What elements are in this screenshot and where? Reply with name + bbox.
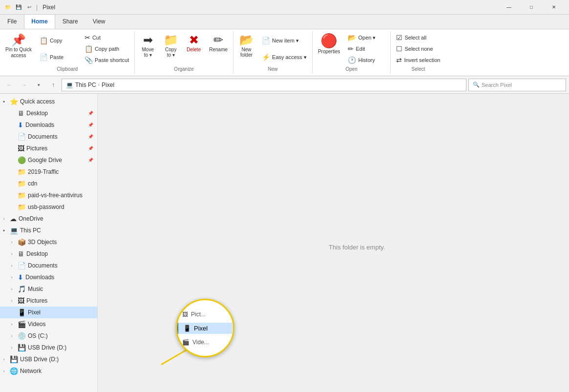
sidebar-item-documents-pc[interactable]: › 📄 Documents (0, 260, 97, 271)
network-icon: 🌐 (10, 367, 18, 375)
sidebar-item-usb-password[interactable]: 📁 usb-password (0, 201, 97, 213)
new-folder-button[interactable]: 📂 Newfolder (235, 32, 257, 62)
move-to-button[interactable]: ➡ Moveto ▾ (137, 32, 159, 62)
expander-docs (8, 133, 16, 141)
sidebar-item-2019-traffic[interactable]: 📁 2019-Traffic (0, 166, 97, 178)
sidebar-item-desktop[interactable]: 🖥 Desktop 📌 (0, 107, 97, 119)
search-box[interactable]: 🔍 Search Pixel (468, 79, 566, 91)
address-path[interactable]: 💻 This PC › Pixel (62, 79, 466, 91)
new-folder-label: Newfolder (240, 47, 253, 58)
sidebar-item-music[interactable]: › 🎵 Music (0, 283, 97, 295)
sidebar-item-downloads-qa[interactable]: ⬇ Downloads 📌 (0, 119, 97, 131)
sidebar-item-google-drive[interactable]: 🟢 Google Drive 📌 (0, 154, 97, 166)
sidebar: ▾ ⭐ Quick access 🖥 Desktop 📌 ⬇ Downloads… (0, 94, 98, 392)
empty-message: This folder is empty. (329, 243, 385, 250)
zoom-bubble: 🖼 Pict... 📱 Pixel 🎬 Vide... (176, 299, 234, 357)
sidebar-section-quick-access[interactable]: ▾ ⭐ Quick access (0, 96, 97, 107)
edit-label: Edit (356, 46, 365, 52)
maximize-button[interactable]: □ (520, 0, 543, 15)
pictures-pc-label: Pictures (26, 297, 93, 304)
music-label: Music (28, 286, 93, 292)
delete-button[interactable]: ✖ Delete (183, 32, 205, 62)
paste-shortcut-button[interactable]: 📎 Paste shortcut (81, 55, 132, 65)
new-item-label: New item ▾ (272, 38, 299, 44)
pin-indicator: 📌 (88, 111, 93, 116)
rename-label: Rename (209, 47, 228, 52)
onedrive-label: OneDrive (19, 215, 93, 222)
sidebar-section-usb-drive[interactable]: › 💾 USB Drive (D:) (0, 353, 97, 365)
sidebar-item-pixel[interactable]: 📱 Pixel (0, 307, 97, 318)
sidebar-section-this-pc[interactable]: ▾ 💻 This PC (0, 225, 97, 236)
close-button[interactable]: ✕ (543, 0, 565, 15)
path-icon: 💻 (66, 82, 73, 88)
quick-access-icon: ⭐ (10, 98, 18, 105)
sidebar-item-downloads-pc[interactable]: › ⬇ Downloads (0, 271, 97, 283)
copy-to-button[interactable]: 📁 Copyto ▾ (160, 32, 182, 62)
search-icon: 🔍 (473, 82, 480, 88)
easy-access-button[interactable]: ⚡ Easy access ▾ (258, 52, 310, 62)
properties-button[interactable]: 🔴 Properties (315, 32, 344, 62)
minimize-button[interactable]: — (498, 0, 520, 15)
easy-access-icon: ⚡ (262, 53, 270, 61)
pin-label: Pin to Quickaccess (5, 47, 32, 59)
tab-file[interactable]: File (0, 14, 24, 29)
sidebar-item-os-c[interactable]: › 💿 OS (C:) (0, 330, 97, 342)
up-button[interactable]: ↑ (47, 79, 60, 91)
pixel-icon: 📱 (18, 309, 26, 316)
invert-icon: ⇄ (396, 56, 402, 64)
forward-button[interactable]: → (18, 79, 30, 91)
expander-cdn (8, 180, 16, 187)
sidebar-item-cdn[interactable]: 📁 cdn (0, 178, 97, 189)
expander-desktop (8, 109, 16, 117)
sidebar-section-network[interactable]: › 🌐 Network (0, 365, 97, 377)
tab-share[interactable]: Share (55, 14, 85, 29)
pin-icon: 📌 (11, 34, 26, 46)
sidebar-item-pictures-pc[interactable]: › 🖼 Pictures (0, 295, 97, 307)
window-title: Pixel (42, 4, 55, 11)
organize-buttons: ➡ Moveto ▾ 📁 Copyto ▾ ✖ Delete ✏ Rename (137, 32, 231, 65)
recent-locations-button[interactable]: ▾ (32, 79, 45, 91)
properties-icon: 🔴 (320, 34, 337, 48)
sidebar-item-usb-d[interactable]: › 💾 USB Drive (D:) (0, 342, 97, 353)
google-drive-icon: 🟢 (18, 156, 26, 164)
sidebar-item-paid-vs-free[interactable]: 📁 paid-vs-free-antivirus (0, 189, 97, 201)
paste-button[interactable]: 📄 Paste (36, 52, 80, 62)
sidebar-item-documents-qa[interactable]: 📄 Documents 📌 (0, 131, 97, 143)
sidebar-item-videos[interactable]: › 🎬 Videos (0, 318, 97, 330)
open-button[interactable]: 📂 Open ▾ (344, 32, 388, 43)
documents-pc-label: Documents (28, 262, 93, 269)
google-drive-label: Google Drive (28, 157, 86, 164)
path-segment-this-pc: This PC (75, 82, 96, 88)
tab-view[interactable]: View (85, 14, 113, 29)
rename-button[interactable]: ✏ Rename (206, 32, 231, 62)
videos-label: Videos (28, 321, 93, 328)
downloads-pc-icon: ⬇ (18, 273, 23, 281)
new-group: 📂 Newfolder 📄 New item ▾ ⚡ Easy access ▾… (233, 31, 313, 74)
traffic-folder-icon: 📁 (18, 168, 26, 176)
history-button[interactable]: 🕐 History (344, 55, 388, 65)
new-item-button[interactable]: 📄 New item ▾ (258, 35, 310, 46)
address-bar: ← → ▾ ↑ 💻 This PC › Pixel 🔍 Search Pixel (0, 76, 569, 94)
tab-home[interactable]: Home (24, 14, 55, 29)
invert-label: Invert selection (404, 57, 440, 63)
expander-os-c: › (8, 332, 16, 340)
sidebar-item-3d-objects[interactable]: › 📦 3D Objects (0, 236, 97, 248)
undo-icon[interactable]: ↩ (25, 3, 33, 11)
cut-button[interactable]: ✂ Cut (81, 32, 132, 43)
sidebar-item-pictures-qa[interactable]: 🖼 Pictures 📌 (0, 143, 97, 154)
pin-quick-access-button[interactable]: 📌 Pin to Quickaccess (2, 32, 35, 62)
select-all-button[interactable]: ☑ Select all (393, 32, 443, 43)
edit-button[interactable]: ✏ Edit (344, 43, 388, 54)
desktop-pc-icon: 🖥 (18, 250, 24, 258)
sidebar-item-desktop-pc[interactable]: › 🖥 Desktop (0, 248, 97, 260)
select-none-button[interactable]: ☐ Select none (393, 43, 443, 54)
save-icon[interactable]: 💾 (15, 3, 22, 11)
back-button[interactable]: ← (3, 79, 16, 91)
copy-path-button[interactable]: 📋 Copy path (81, 43, 132, 54)
copy-button[interactable]: 📋 Copy (36, 35, 80, 46)
open-label: Open ▾ (358, 35, 376, 41)
invert-selection-button[interactable]: ⇄ Invert selection (393, 55, 443, 65)
zoom-circle: 🖼 Pict... 📱 Pixel 🎬 Vide... (176, 299, 234, 357)
sidebar-section-onedrive[interactable]: › ☁ OneDrive (0, 213, 97, 225)
expander-3d: › (8, 238, 16, 246)
